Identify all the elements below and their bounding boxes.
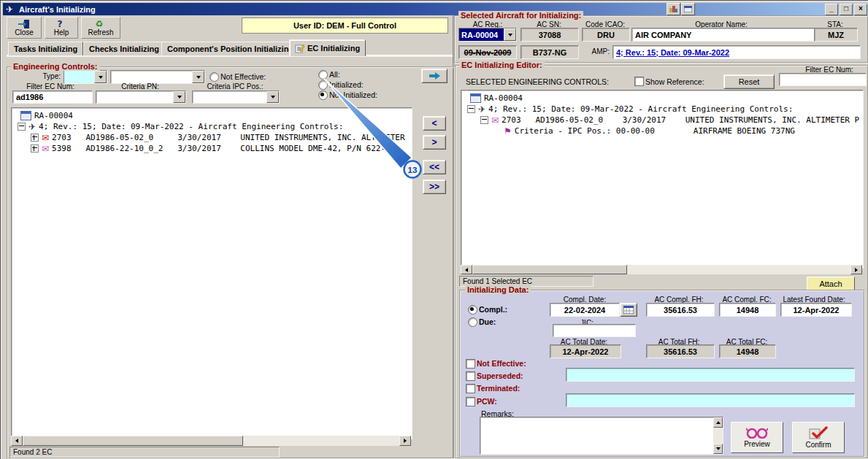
scroll-thumb[interactable]	[472, 265, 627, 274]
scroll-track[interactable]	[472, 265, 850, 274]
radio-compl-label: Compl.:	[479, 305, 507, 314]
refresh-button[interactable]: ♻ Refresh	[81, 17, 120, 39]
scroll-thumb[interactable]	[23, 436, 243, 446]
ac-compl-fh-field[interactable]: 35616.53	[646, 303, 715, 317]
pcw-field[interactable]	[566, 393, 855, 407]
scroll-left-button[interactable]	[11, 436, 23, 446]
move-all-left-button[interactable]: <<	[423, 160, 446, 174]
operator-name-field: AIR COMPANY	[631, 28, 815, 42]
expand-icon[interactable]	[31, 144, 39, 153]
superseded-checkbox[interactable]	[466, 371, 475, 381]
minimize-button[interactable]: _	[825, 4, 838, 15]
selected-tree-root-text: RA-00004	[484, 93, 523, 103]
criteria-ipc-combobox[interactable]	[192, 90, 280, 104]
tree-row-root[interactable]: RA-00004	[461, 93, 863, 104]
ec-available-tree[interactable]: RA-00004 ✈ 4; Rev.: 15; Date: 09-Mar-202…	[11, 107, 412, 439]
criteria-ipc-label: Criteria IPC Pos.:	[192, 82, 278, 90]
ac-compl-fc-field[interactable]: 14948	[719, 303, 776, 317]
ac-total-date-field: 12-Apr-2022	[550, 344, 621, 358]
radio-compl[interactable]	[468, 305, 477, 315]
pcw-checkbox-label: PCW:	[477, 397, 497, 406]
tab-components-position-initializing[interactable]: Component's Position Initializing	[161, 42, 299, 55]
scroll-right-button[interactable]	[399, 436, 411, 446]
confirm-button-label: Confirm	[805, 441, 831, 449]
tree-row-ec[interactable]: ✉ 2703 AD1986-05-02_0 3/30/2017 UNITED I…	[461, 115, 863, 126]
move-left-button[interactable]: <	[423, 116, 446, 131]
criteria-pn-combobox[interactable]	[96, 90, 186, 104]
reset-button[interactable]: Reset	[723, 74, 775, 89]
expand-icon[interactable]	[31, 134, 39, 142]
remarks-textarea[interactable]	[480, 417, 723, 455]
title-bar[interactable]: ✈ Aircraft's Initializing _ □ ×	[3, 3, 868, 15]
ec-available-status-bar: Found 2 EC	[9, 447, 280, 458]
radio-due[interactable]	[468, 317, 477, 327]
ac-reg-combobox[interactable]: RA-00004	[458, 28, 517, 42]
ec-available-tree-hscrollbar[interactable]	[11, 436, 411, 446]
move-all-right-button[interactable]: >>	[423, 180, 446, 194]
tab-tasks-initializing[interactable]: Tasks Initializing	[8, 42, 83, 55]
ec-selected-tree-hscrollbar[interactable]	[461, 265, 862, 274]
move-selected-button[interactable]	[421, 69, 448, 83]
not-effective-checkbox[interactable]	[466, 359, 475, 369]
type-detail-dropdown-button[interactable]	[192, 71, 204, 83]
scroll-left-icon	[465, 268, 468, 272]
scroll-track[interactable]	[23, 436, 399, 446]
amp-field[interactable]: 4; Rev.: 15; Date: 09-Mar-2022	[612, 45, 861, 59]
editor-filter-ec-num-input[interactable]	[779, 73, 867, 86]
preview-button[interactable]: Preview	[731, 422, 783, 453]
radio-initialized[interactable]	[318, 80, 328, 90]
type-dropdown-button[interactable]	[94, 71, 107, 83]
pcw-checkbox[interactable]	[466, 397, 475, 406]
scroll-down-icon	[716, 447, 721, 450]
terminated-checkbox[interactable]	[466, 384, 475, 393]
radio-all[interactable]	[318, 70, 328, 80]
compl-date-field[interactable]: 22-02-2024	[550, 303, 620, 317]
tree-row-amp[interactable]: ✈ 4; Rev.: 15; Date: 09-Mar-2022 - Aircr…	[12, 121, 412, 132]
scroll-right-button[interactable]	[850, 265, 862, 274]
collapse-icon[interactable]	[18, 123, 26, 131]
manufacture-date-field: 09-Nov-2009	[458, 45, 517, 59]
filter-ec-num-input[interactable]: ad1986	[12, 90, 93, 104]
tree-row-ec-2[interactable]: ✉ 5398 AD1986-22-10_0_2 3/30/2017 COLLIN…	[12, 143, 412, 154]
maximize-button[interactable]: □	[840, 4, 853, 15]
criteria-pn-dropdown-button[interactable]	[173, 91, 185, 103]
scroll-track[interactable]	[713, 428, 723, 444]
confirm-button[interactable]: Confirm	[792, 422, 845, 453]
recycle-icon: ♻	[96, 20, 104, 28]
tab-checks-initializing[interactable]: Checks Initializing	[83, 42, 165, 55]
not-effective-checkbox-label: Not Effective:	[477, 359, 526, 368]
ac-reg-dropdown-button[interactable]	[504, 28, 516, 41]
close-window-button[interactable]: ×	[854, 4, 867, 15]
show-reference-checkbox[interactable]	[634, 77, 644, 86]
attach-button[interactable]: Attach	[807, 277, 855, 290]
tree-row-amp[interactable]: ✈ 4; Rev.: 15; Date: 09-Mar-2022 - Aircr…	[461, 104, 863, 115]
jic-input[interactable]	[553, 324, 636, 337]
scroll-down-button[interactable]	[713, 444, 723, 454]
collapse-icon[interactable]	[467, 105, 475, 113]
envelope-icon: ✉	[491, 116, 499, 125]
calendar-button[interactable]	[620, 303, 637, 317]
superseded-field[interactable]	[566, 368, 855, 382]
scroll-left-button[interactable]	[461, 265, 472, 274]
tray-icon-2[interactable]	[681, 3, 695, 15]
radio-not-effective[interactable]	[210, 72, 219, 82]
remarks-vscrollbar[interactable]	[713, 417, 723, 454]
help-button[interactable]: ? Help	[45, 17, 78, 39]
chevron-down-icon	[271, 96, 275, 99]
radio-not-initialized[interactable]	[318, 90, 328, 100]
move-right-button[interactable]: >	[423, 135, 446, 150]
close-button[interactable]: Close	[7, 17, 42, 39]
tree-row-criteria[interactable]: ⚑ Criteria - IPC Pos.: 00-00-00 AIRFRAME…	[461, 126, 863, 136]
criteria-ipc-dropdown-button[interactable]	[266, 91, 279, 103]
ec-selected-tree[interactable]: RA-00004 ✈ 4; Rev.: 15; Date: 09-Mar-202…	[461, 90, 864, 269]
tab-checks-label: Checks Initializing	[89, 45, 159, 53]
collapse-icon[interactable]	[480, 116, 488, 124]
tab-ec-initializing[interactable]: EC Initializing	[289, 39, 366, 56]
tray-icon-1[interactable]	[667, 3, 680, 15]
help-button-label: Help	[54, 28, 69, 36]
tree-root-text: RA-00004	[34, 111, 73, 120]
tree-row-root[interactable]: RA-00004	[12, 110, 412, 121]
scroll-up-button[interactable]	[713, 417, 723, 428]
question-icon: ?	[58, 20, 63, 28]
tree-row-ec-1[interactable]: ✉ 2703 AD1986-05-02_0 3/30/2017 UNITED I…	[12, 132, 412, 143]
